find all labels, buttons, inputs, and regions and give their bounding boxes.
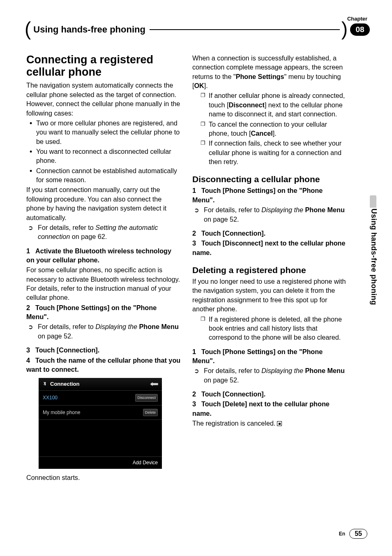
ref-text: For details, refer to bbox=[38, 224, 95, 231]
ref-text: on page 52. bbox=[38, 332, 73, 340]
section2-title: Disconnecting a cellular phone bbox=[192, 174, 347, 184]
ref-text: on page 62. bbox=[70, 233, 107, 240]
ref-text: For details, refer to bbox=[38, 323, 95, 330]
back-icon[interactable] bbox=[150, 381, 159, 387]
notes-list: If another cellular phone is already con… bbox=[192, 91, 347, 166]
step-heading: 2Touch [Phone Settings] on the "Phone Me… bbox=[26, 303, 181, 322]
note-item: If connection fails, check to see whethe… bbox=[201, 139, 347, 166]
side-tab: Using hands-free phoning bbox=[367, 195, 376, 327]
screenshot-header: Connection bbox=[39, 378, 162, 390]
cross-ref: ➲ For details, refer to Displaying the P… bbox=[192, 366, 347, 385]
body-content: Connecting a registered cellular phone T… bbox=[26, 53, 347, 519]
step-heading: 3Touch [Connection]. bbox=[26, 345, 181, 354]
connection-screenshot: Connection XX100 Disconnect My mobile ph… bbox=[39, 378, 162, 468]
device-name: XX100 bbox=[43, 394, 58, 401]
side-tab-text: Using hands-free phoning bbox=[369, 208, 378, 305]
step1-body: For some cellular phones, no specific ac… bbox=[26, 265, 181, 302]
section1-title: Connecting a registered cellular phone bbox=[26, 53, 181, 78]
cross-ref: ➲ For details, refer to Setting the auto… bbox=[26, 223, 181, 241]
step-heading: 2Touch [Connection]. bbox=[192, 229, 347, 238]
step-heading: 3Touch [Delete] next to the cellular pho… bbox=[192, 399, 347, 418]
header-rule bbox=[150, 29, 340, 30]
page-footer: En 55 bbox=[339, 529, 367, 539]
chapter-label: Chapter bbox=[347, 16, 367, 22]
chapter-number-badge: 08 bbox=[350, 23, 370, 36]
ref-italic: Displaying the bbox=[95, 323, 137, 330]
section1-intro: The navigation system automatically conn… bbox=[26, 81, 181, 117]
section1-after-cases: If you start connection manually, carry … bbox=[26, 185, 181, 222]
screenshot-empty-area bbox=[39, 419, 162, 456]
section3-closing: The registration is canceled. bbox=[192, 419, 347, 428]
note-item: To cancel the connection to your cellula… bbox=[201, 120, 347, 138]
step-heading: 3Touch [Disconnect] next to the cellular… bbox=[192, 239, 347, 257]
col2-intro: When a connection is successfully establ… bbox=[192, 53, 347, 90]
notes-list: If a registered phone is deleted, all th… bbox=[192, 315, 347, 342]
step-heading: 1Touch [Phone Settings] on the "Phone Me… bbox=[192, 347, 347, 366]
step-heading: 1Touch [Phone Settings] on the "Phone Me… bbox=[192, 186, 347, 204]
list-item: You want to reconnect a disconnected cel… bbox=[29, 147, 181, 165]
side-tab-marker bbox=[370, 195, 376, 208]
note-item: If a registered phone is deleted, all th… bbox=[201, 315, 347, 342]
note-item: If another cellular phone is already con… bbox=[201, 91, 347, 118]
step-heading: 1Activate the Bluetooth wireless technol… bbox=[26, 246, 181, 265]
device-row-selected[interactable]: XX100 Disconnect bbox=[39, 390, 162, 405]
header-title: Using hands-free phoning bbox=[31, 24, 148, 35]
ref-bold: Phone Menu bbox=[139, 323, 179, 330]
page-number: 55 bbox=[349, 529, 367, 539]
bluetooth-icon bbox=[42, 381, 48, 387]
device-name: My mobile phone bbox=[43, 409, 80, 416]
footer-language: En bbox=[339, 531, 345, 537]
step-heading: 4Touch the name of the cellular phone th… bbox=[26, 356, 181, 374]
list-item: Connection cannot be established automat… bbox=[29, 166, 181, 185]
step-heading: 2Touch [Connection]. bbox=[192, 389, 347, 398]
section1-cases-list: Two or more cellular phones are register… bbox=[26, 118, 181, 185]
section3-intro: If you no longer need to use a registere… bbox=[192, 277, 347, 313]
end-of-section-icon bbox=[277, 421, 282, 426]
header-paren-left: ( bbox=[25, 23, 31, 35]
pointer-icon: ➲ bbox=[194, 367, 199, 375]
section3-title: Deleting a registered phone bbox=[192, 265, 347, 275]
pointer-icon: ➲ bbox=[28, 323, 33, 331]
cross-ref: ➲ For details, refer to Displaying the P… bbox=[26, 322, 181, 341]
list-item: Two or more cellular phones are register… bbox=[29, 118, 181, 146]
header-bar: ( Using hands-free phoning ) bbox=[25, 23, 348, 36]
screenshot-title: Connection bbox=[50, 380, 80, 388]
pointer-icon: ➲ bbox=[28, 224, 33, 232]
delete-button[interactable]: Delete bbox=[143, 409, 158, 416]
device-row[interactable]: My mobile phone Delete bbox=[39, 405, 162, 419]
pointer-icon: ➲ bbox=[194, 206, 199, 215]
connection-starts-line: Connection starts. bbox=[26, 473, 181, 482]
disconnect-button[interactable]: Disconnect bbox=[135, 394, 158, 401]
header-paren-right: ) bbox=[341, 23, 348, 35]
add-device-button[interactable]: Add Device bbox=[39, 456, 162, 469]
cross-ref: ➲ For details, refer to Displaying the P… bbox=[192, 205, 347, 224]
